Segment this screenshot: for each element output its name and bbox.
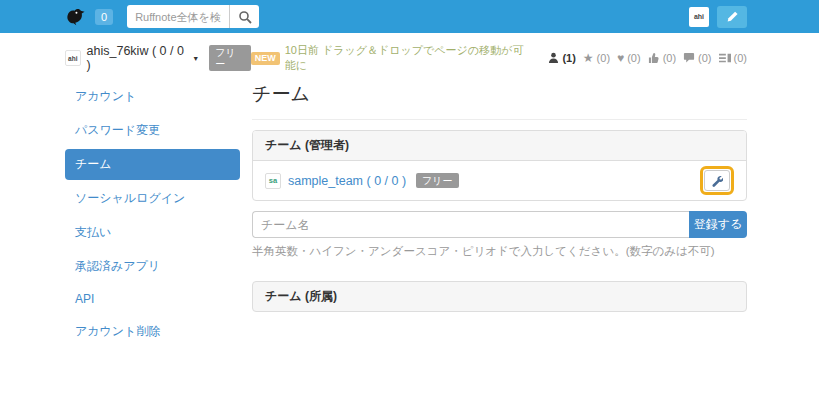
team-avatar: sa	[265, 173, 281, 189]
members-count: (1)	[562, 52, 575, 64]
search-button[interactable]	[229, 5, 259, 28]
settings-sidebar: アカウント パスワード変更 チーム ソーシャルログイン 支払い 承認済みアプリ …	[65, 81, 240, 350]
new-badge: NEW	[251, 52, 280, 65]
sidebar-item-password[interactable]: パスワード変更	[65, 115, 240, 146]
register-team-button[interactable]: 登録する	[689, 211, 747, 238]
comments-stat[interactable]: (0)	[683, 52, 711, 64]
search-input[interactable]	[127, 5, 229, 28]
wrench-icon	[711, 175, 723, 187]
person-icon	[548, 52, 559, 64]
team-row: sa sample_team ( 0 / 0 ) フリー	[253, 161, 746, 200]
thumbs-up-icon	[648, 52, 660, 64]
heart-icon: ♥	[617, 52, 624, 64]
sidebar-item-payment[interactable]: 支払い	[65, 217, 240, 248]
team-name-link[interactable]: sample_team ( 0 / 0 )	[288, 174, 406, 188]
members-stat[interactable]: (1)	[548, 52, 575, 64]
plan-badge: フリー	[209, 45, 251, 71]
hearts-stat[interactable]: ♥ (0)	[617, 52, 641, 64]
account-name[interactable]: ahis_76kiw ( 0 / 0 )	[87, 44, 189, 72]
sidebar-item-delete-account[interactable]: アカウント削除	[65, 316, 240, 347]
likes-stat[interactable]: (0)	[648, 52, 676, 64]
pencil-icon	[726, 10, 739, 23]
account-avatar[interactable]: ahi	[65, 50, 81, 66]
team-name-help-text: 半角英数・ハイフン・アンダースコア・ピリオドで入力してください。(数字のみは不可…	[252, 244, 747, 259]
top-navbar: 0 ahi	[0, 0, 819, 33]
search-icon	[238, 10, 252, 24]
member-teams-panel-header: チーム (所属)	[252, 281, 747, 312]
pages-count: (0)	[734, 52, 747, 64]
comments-count: (0)	[698, 52, 711, 64]
announcement-link[interactable]: 10日前 ドラッグ＆ドロップでページの移動が可能に	[285, 43, 534, 73]
bird-logo-icon[interactable]	[65, 8, 87, 26]
user-avatar[interactable]: ahi	[689, 7, 709, 27]
user-bar: ahi ahis_76kiw ( 0 / 0 ) ▼ フリー NEW 10日前 …	[65, 43, 747, 73]
stars-stat[interactable]: ★ (0)	[583, 52, 610, 64]
comment-icon	[683, 52, 695, 64]
global-search	[127, 5, 259, 28]
sidebar-item-approved-apps[interactable]: 承認済みアプリ	[65, 251, 240, 282]
sidebar-item-account[interactable]: アカウント	[65, 81, 240, 112]
list-icon	[719, 53, 731, 64]
create-team-form: 登録する	[252, 211, 747, 238]
new-note-button[interactable]	[717, 6, 747, 28]
wrench-highlight-box	[700, 166, 734, 195]
admin-teams-panel-header: チーム (管理者)	[253, 131, 746, 161]
star-icon: ★	[583, 52, 594, 64]
stars-count: (0)	[597, 52, 610, 64]
team-plan-badge: フリー	[416, 173, 458, 188]
hearts-count: (0)	[627, 52, 640, 64]
likes-count: (0)	[663, 52, 676, 64]
sidebar-item-social-login[interactable]: ソーシャルログイン	[65, 183, 240, 214]
sidebar-item-team[interactable]: チーム	[65, 149, 240, 180]
team-settings-button[interactable]	[704, 170, 730, 191]
admin-teams-panel: チーム (管理者) sa sample_team ( 0 / 0 ) フリー	[252, 130, 747, 201]
pages-stat[interactable]: (0)	[719, 52, 747, 64]
caret-down-icon[interactable]: ▼	[192, 55, 199, 62]
sidebar-item-api[interactable]: API	[65, 285, 240, 313]
notification-count-badge[interactable]: 0	[95, 9, 113, 25]
page-title: チーム	[252, 81, 747, 120]
team-name-input[interactable]	[252, 211, 689, 238]
